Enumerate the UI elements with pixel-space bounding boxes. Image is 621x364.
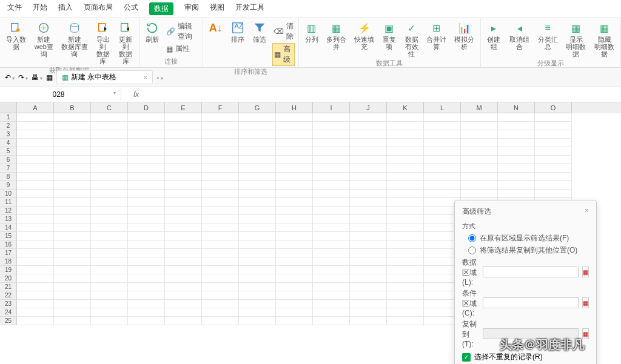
cell[interactable] [387, 300, 424, 308]
cell[interactable] [128, 173, 165, 181]
cell[interactable] [91, 122, 128, 130]
menu-页面布局[interactable]: 页面布局 [84, 2, 113, 15]
cell[interactable] [91, 198, 128, 207]
cell[interactable] [54, 240, 91, 249]
col-header[interactable]: B [54, 102, 91, 113]
cell[interactable] [91, 147, 128, 156]
cell[interactable] [202, 147, 239, 156]
col-header[interactable]: A [17, 102, 54, 113]
cell[interactable] [461, 139, 498, 147]
cell[interactable] [202, 223, 239, 232]
cell[interactable] [165, 190, 202, 198]
row-header[interactable]: 24 [0, 308, 17, 317]
row-header[interactable]: 22 [0, 291, 17, 300]
cell[interactable] [17, 130, 54, 139]
cell[interactable] [350, 215, 387, 223]
cell[interactable] [498, 164, 535, 173]
cell[interactable] [387, 164, 424, 173]
fx-label[interactable]: fx [133, 90, 139, 99]
cell[interactable] [424, 130, 461, 139]
range-picker-icon[interactable]: ▦ [582, 266, 589, 277]
cell[interactable] [387, 274, 424, 283]
unique-records-checkbox[interactable]: ✓选择不重复的记录(R) [462, 352, 589, 362]
cell[interactable] [17, 274, 54, 283]
cell[interactable] [128, 257, 165, 266]
menu-数据[interactable]: 数据 [149, 2, 173, 15]
cell[interactable] [387, 215, 424, 223]
cell[interactable] [54, 308, 91, 317]
cell[interactable] [91, 257, 128, 266]
cell[interactable] [202, 240, 239, 249]
col-header[interactable]: H [276, 102, 313, 113]
cell[interactable] [313, 274, 350, 283]
cell[interactable] [350, 283, 387, 291]
cell[interactable] [165, 147, 202, 156]
properties-button[interactable]: ▦属性 [165, 43, 199, 55]
cell[interactable] [165, 156, 202, 164]
cell[interactable] [313, 181, 350, 190]
cell[interactable] [424, 164, 461, 173]
cell[interactable] [424, 156, 461, 164]
cell[interactable] [202, 113, 239, 122]
cell[interactable] [165, 283, 202, 291]
cell[interactable] [313, 147, 350, 156]
col-header[interactable]: F [202, 102, 239, 113]
row-header[interactable]: 17 [0, 249, 17, 257]
cell[interactable] [350, 223, 387, 232]
cell[interactable] [276, 190, 313, 198]
cell[interactable] [276, 291, 313, 300]
cell[interactable] [128, 308, 165, 317]
cell[interactable] [54, 232, 91, 240]
close-icon[interactable]: × [585, 207, 589, 217]
cell[interactable] [387, 147, 424, 156]
cell[interactable] [91, 223, 128, 232]
cell[interactable] [202, 181, 239, 190]
cell[interactable] [313, 190, 350, 198]
cell[interactable] [91, 181, 128, 190]
cell[interactable] [313, 240, 350, 249]
cell[interactable] [313, 283, 350, 291]
cell[interactable] [128, 156, 165, 164]
cell[interactable] [461, 181, 498, 190]
col-header[interactable]: I [313, 102, 350, 113]
cell[interactable] [91, 130, 128, 139]
cell[interactable] [239, 181, 276, 190]
cell[interactable] [313, 317, 350, 325]
cell[interactable] [128, 266, 165, 274]
cell[interactable] [276, 223, 313, 232]
cell[interactable] [54, 317, 91, 325]
cell[interactable] [202, 257, 239, 266]
col-header[interactable]: J [350, 102, 387, 113]
cell[interactable] [91, 308, 128, 317]
cell[interactable] [313, 223, 350, 232]
cell[interactable] [54, 122, 91, 130]
row-header[interactable]: 23 [0, 300, 17, 308]
cell[interactable] [165, 266, 202, 274]
cell[interactable] [239, 173, 276, 181]
cell[interactable] [313, 173, 350, 181]
cell[interactable] [54, 291, 91, 300]
col-header[interactable]: M [461, 102, 498, 113]
cell[interactable] [461, 164, 498, 173]
cell[interactable] [313, 113, 350, 122]
cell[interactable] [276, 113, 313, 122]
cell[interactable] [165, 181, 202, 190]
row-header[interactable]: 15 [0, 232, 17, 240]
cell[interactable] [276, 130, 313, 139]
cell[interactable] [128, 240, 165, 249]
cell[interactable] [313, 207, 350, 215]
cell[interactable] [424, 181, 461, 190]
close-tab-icon[interactable]: × [143, 73, 147, 82]
row-header[interactable]: 5 [0, 147, 17, 156]
cell[interactable] [313, 139, 350, 147]
data-range-input[interactable] [483, 266, 579, 277]
cell[interactable] [498, 147, 535, 156]
cell[interactable] [128, 181, 165, 190]
cell[interactable] [165, 139, 202, 147]
cell[interactable] [276, 139, 313, 147]
cell[interactable] [424, 122, 461, 130]
cell[interactable] [424, 113, 461, 122]
cell[interactable] [276, 122, 313, 130]
menu-视图[interactable]: 视图 [210, 2, 224, 15]
ribbon-更新到数据库[interactable]: 更新到数据库 [115, 19, 136, 66]
